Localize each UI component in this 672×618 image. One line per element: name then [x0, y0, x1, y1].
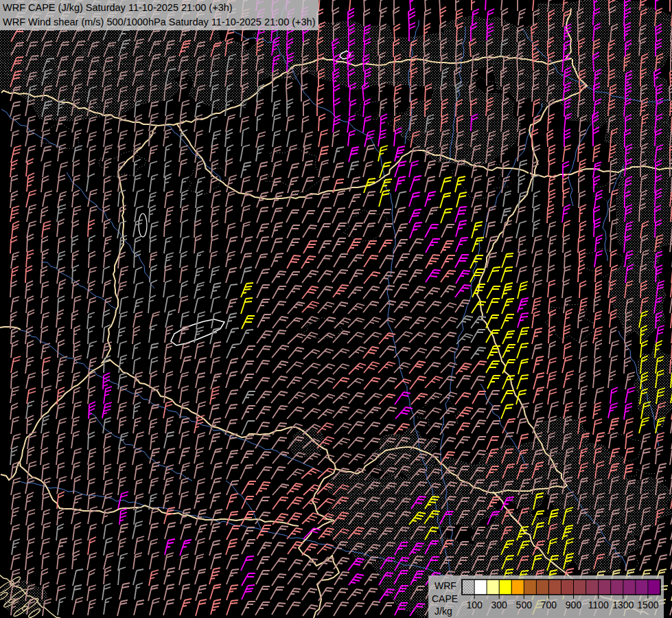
svg-text:CAPE: CAPE	[432, 593, 458, 604]
svg-text:500: 500	[516, 599, 533, 610]
svg-text:WRF Wind shear (m/s) 500/1000h: WRF Wind shear (m/s) 500/1000hPa Saturda…	[3, 16, 316, 27]
svg-text:300: 300	[491, 599, 508, 610]
svg-text:WRF CAPE (J/kg) Saturday 11-10: WRF CAPE (J/kg) Saturday 11-10-2025 21:0…	[3, 2, 233, 13]
svg-text:WRF: WRF	[435, 580, 456, 591]
svg-text:1500: 1500	[637, 599, 658, 610]
svg-text:100: 100	[466, 599, 483, 610]
svg-text:700: 700	[541, 599, 557, 610]
svg-text:900: 900	[566, 599, 582, 610]
svg-text:1300: 1300	[612, 599, 634, 610]
svg-text:J/kg: J/kg	[435, 606, 452, 617]
svg-text:1100: 1100	[588, 599, 609, 610]
